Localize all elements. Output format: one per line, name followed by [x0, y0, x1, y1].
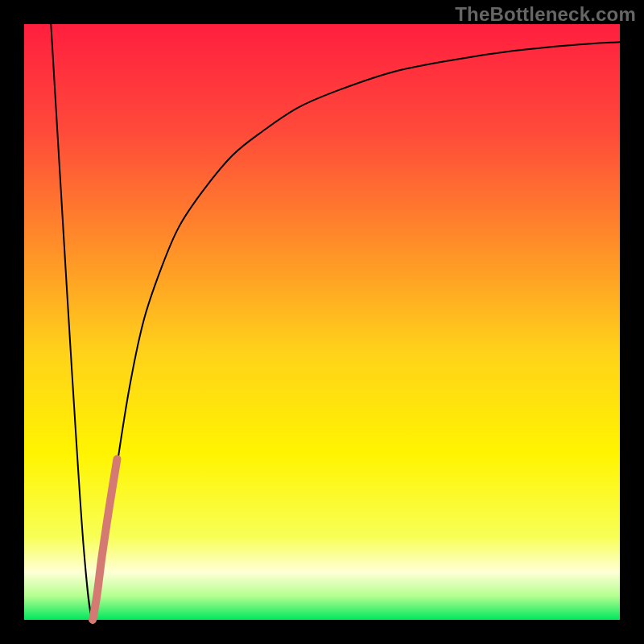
watermark-text: TheBottleneck.com	[455, 3, 636, 26]
chart-canvas	[0, 0, 644, 644]
plot-area	[24, 24, 620, 620]
